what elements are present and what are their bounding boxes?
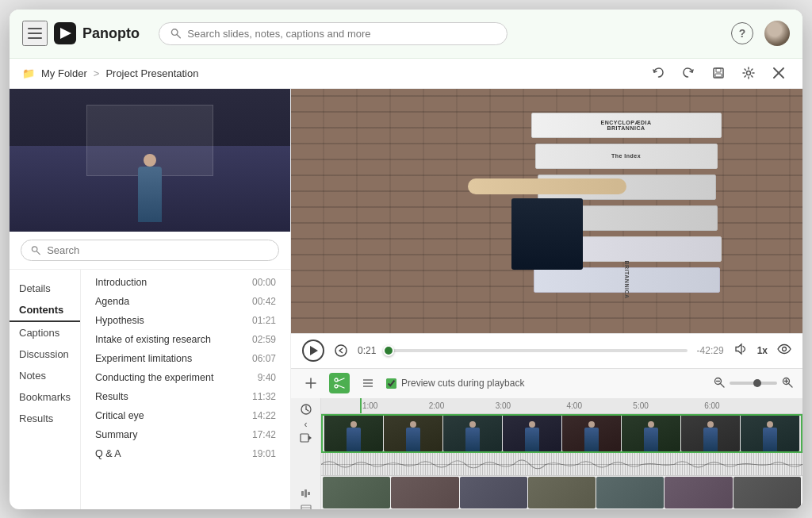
app-name: Panopto <box>82 25 140 42</box>
slide-thumb-6 <box>665 477 732 508</box>
rewind-button[interactable] <box>334 343 348 358</box>
slide-thumb-3 <box>460 477 527 508</box>
svg-line-24 <box>721 383 725 387</box>
content-row-title-7: Critical eye <box>95 410 246 421</box>
content-row-6[interactable]: Results11:32 <box>89 387 282 406</box>
timeline-main: 1:00 2:00 3:00 4:00 5:00 6:00 <box>321 398 802 509</box>
global-search-bar[interactable] <box>159 22 508 45</box>
preview-cuts-checkbox[interactable] <box>386 378 396 389</box>
svg-line-27 <box>789 383 793 387</box>
panopto-logo-icon <box>54 22 76 44</box>
video-area: ENCYCLOPÆDIABRITANNICA The Index BRITANN… <box>291 89 802 333</box>
audio-waveform <box>321 453 802 476</box>
content-search-input[interactable] <box>47 244 269 256</box>
current-time: 0:21 <box>358 345 376 356</box>
zoom-in-button[interactable] <box>782 377 793 390</box>
redo-button[interactable] <box>677 62 699 84</box>
progress-bar[interactable] <box>385 349 687 352</box>
panels-area: Details Contents Captions Discussion Not… <box>10 270 290 509</box>
content-search-bar[interactable] <box>21 240 279 261</box>
svg-rect-37 <box>308 492 310 495</box>
tab-contents[interactable]: Contents <box>10 299 80 322</box>
right-panel: ENCYCLOPÆDIABRITANNICA The Index BRITANN… <box>291 89 802 509</box>
tab-captions[interactable]: Captions <box>10 322 80 343</box>
content-row-title-8: Summary <box>95 429 246 440</box>
end-time: -42:29 <box>697 345 724 356</box>
breadcrumb-folder[interactable]: My Folder <box>41 67 87 79</box>
content-row-9[interactable]: Q & A19:01 <box>89 444 282 463</box>
ruler-mark-5: 5:00 <box>633 401 648 410</box>
content-row-4[interactable]: Experiment limitations06:07 <box>89 349 282 368</box>
timeline-playhead[interactable] <box>360 398 362 414</box>
svg-point-12 <box>335 345 347 356</box>
search-icon <box>170 28 181 39</box>
content-row-0[interactable]: Introduction00:00 <box>89 273 282 292</box>
svg-point-10 <box>32 246 37 251</box>
content-row-3[interactable]: Intake of existing research02:59 <box>89 330 282 349</box>
content-row-5[interactable]: Conducting the experiment9:40 <box>89 368 282 387</box>
audio-track <box>321 453 802 477</box>
ruler-mark-1: 1:00 <box>362 401 377 410</box>
content-row-time-2: 01:21 <box>252 315 276 326</box>
content-row-1[interactable]: Agenda00:42 <box>89 292 282 311</box>
timeline-nav-prev[interactable]: ‹ <box>296 419 316 430</box>
undo-button[interactable] <box>647 62 669 84</box>
content-row-time-6: 11:32 <box>252 391 276 402</box>
zoom-out-button[interactable] <box>714 377 725 390</box>
content-row-8[interactable]: Summary17:42 <box>89 425 282 444</box>
content-row-title-0: Introduction <box>95 277 246 288</box>
content-row-time-9: 19:01 <box>252 448 276 459</box>
menu-button[interactable] <box>22 21 48 46</box>
svg-point-13 <box>783 347 787 351</box>
tab-notes[interactable]: Notes <box>10 365 80 386</box>
preview-cuts-label: Preview cuts during playback <box>401 378 524 389</box>
zoom-slider[interactable] <box>730 382 777 385</box>
preview-scene <box>10 89 290 232</box>
ruler-mark-3: 3:00 <box>496 401 511 410</box>
view-button[interactable] <box>777 342 791 359</box>
tab-bookmarks[interactable]: Bookmarks <box>10 386 80 408</box>
progress-thumb[interactable] <box>383 345 394 356</box>
slide-thumb-2 <box>391 477 458 508</box>
avatar-image <box>764 21 790 46</box>
breadcrumb-bar: 📁 My Folder > Project Presentation <box>10 59 802 89</box>
volume-button[interactable] <box>733 342 748 359</box>
timeline-left-controls: ‹ <box>291 398 321 509</box>
save-button[interactable] <box>707 62 730 84</box>
tab-discussion[interactable]: Discussion <box>10 343 80 365</box>
content-row-7[interactable]: Critical eye14:22 <box>89 406 282 425</box>
play-button[interactable] <box>302 340 324 362</box>
content-row-title-6: Results <box>95 391 246 402</box>
settings-button[interactable] <box>737 62 760 84</box>
editor-bar: Preview cuts during playback <box>291 368 802 398</box>
zoom-slider-thumb[interactable] <box>753 379 761 387</box>
cut-button[interactable] <box>329 373 350 393</box>
user-avatar[interactable] <box>764 21 790 46</box>
person-visual <box>500 178 595 270</box>
content-row-title-5: Conducting the experiment <box>95 372 251 383</box>
ruler-mark-4: 4:00 <box>566 401 581 410</box>
timeline-clock-button[interactable] <box>296 403 316 416</box>
svg-line-3 <box>177 34 180 37</box>
content-row-2[interactable]: Hypothesis01:21 <box>89 311 282 330</box>
folder-icon: 📁 <box>22 67 35 79</box>
list-view-button[interactable] <box>358 373 378 393</box>
global-search-input[interactable] <box>187 28 496 40</box>
close-button[interactable] <box>768 62 790 84</box>
svg-marker-34 <box>308 436 312 440</box>
help-button[interactable]: ? <box>731 22 753 44</box>
add-track-button[interactable] <box>301 373 321 393</box>
speed-control[interactable]: 1x <box>757 345 768 356</box>
zoom-controls <box>714 377 793 390</box>
content-row-time-0: 00:00 <box>252 277 276 288</box>
main-content: Details Contents Captions Discussion Not… <box>10 89 802 509</box>
video-background: ENCYCLOPÆDIABRITANNICA The Index BRITANN… <box>291 89 802 333</box>
svg-line-19 <box>338 386 345 389</box>
content-row-time-3: 02:59 <box>252 334 276 345</box>
svg-line-18 <box>338 378 345 382</box>
tab-details[interactable]: Details <box>10 278 80 299</box>
tab-results[interactable]: Results <box>10 408 80 429</box>
video-thumb-8 <box>741 415 799 451</box>
header-right: ? <box>731 21 790 46</box>
contents-list-inner: Introduction00:00Agenda00:42Hypothesis01… <box>81 273 290 463</box>
